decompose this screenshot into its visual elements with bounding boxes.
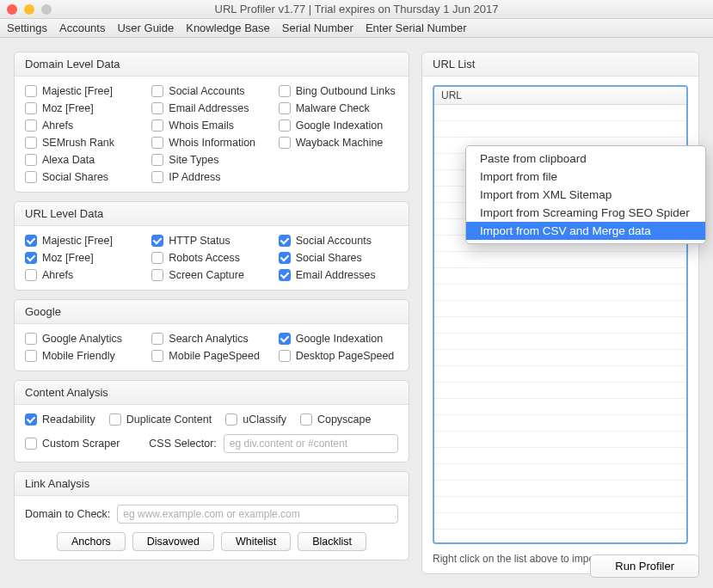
checkbox-copyscape[interactable]: Copyscape bbox=[300, 413, 372, 426]
checkbox-email-addresses[interactable]: Email Addresses bbox=[151, 102, 271, 114]
checkbox-uclassify[interactable]: uClassify bbox=[225, 413, 286, 426]
table-row[interactable] bbox=[434, 497, 686, 513]
url-column-header[interactable]: URL bbox=[434, 87, 686, 105]
panel-domain-level: Domain Level Data Majestic [Free]Social … bbox=[14, 52, 409, 193]
checkbox-email-addresses[interactable]: Email Addresses bbox=[279, 269, 398, 281]
context-item-import-from-xml-sitemap[interactable]: Import from XML Sitemap bbox=[466, 186, 705, 204]
checkbox-ahrefs[interactable]: Ahrefs bbox=[25, 119, 144, 132]
checkbox-icon bbox=[279, 119, 291, 132]
checkbox-site-types[interactable]: Site Types bbox=[151, 154, 271, 166]
checkbox-google-analytics[interactable]: Google Analytics bbox=[25, 333, 144, 345]
checkbox-icon bbox=[225, 413, 237, 426]
checkbox-label: uClassify bbox=[243, 413, 286, 426]
checkbox-desktop-pagespeed[interactable]: Desktop PageSpeed bbox=[279, 350, 398, 362]
table-row[interactable] bbox=[434, 252, 686, 268]
table-row[interactable] bbox=[434, 513, 686, 530]
css-selector-input[interactable] bbox=[224, 434, 398, 453]
domain-check-input[interactable] bbox=[117, 505, 398, 524]
checkbox-readability[interactable]: Readability bbox=[25, 413, 95, 426]
menu-enter-serial-number[interactable]: Enter Serial Number bbox=[366, 21, 467, 34]
checkbox-icon bbox=[151, 350, 163, 362]
table-row[interactable] bbox=[434, 448, 686, 464]
checkbox-mobile-pagespeed[interactable]: Mobile PageSpeed bbox=[151, 350, 271, 362]
checkbox-google-indexation[interactable]: Google Indexation bbox=[279, 119, 398, 132]
anchors-button[interactable]: Anchors bbox=[57, 532, 126, 551]
blacklist-button[interactable]: Blacklist bbox=[298, 532, 366, 551]
table-row[interactable] bbox=[434, 121, 686, 138]
domain-check-label: Domain to Check: bbox=[25, 508, 110, 520]
checkbox-bing-outbound-links[interactable]: Bing Outbound Links bbox=[279, 85, 398, 97]
close-icon[interactable] bbox=[7, 4, 17, 15]
table-row[interactable] bbox=[434, 334, 686, 350]
table-row[interactable] bbox=[434, 432, 686, 448]
minimize-icon[interactable] bbox=[24, 4, 34, 15]
checkbox-mobile-friendly[interactable]: Mobile Friendly bbox=[25, 350, 144, 362]
checkbox-majestic-free-[interactable]: Majestic [Free] bbox=[25, 85, 144, 97]
checkbox-icon bbox=[25, 171, 37, 183]
table-row[interactable] bbox=[434, 317, 686, 334]
checkbox-social-shares[interactable]: Social Shares bbox=[25, 171, 144, 183]
panel-header: Google bbox=[15, 300, 409, 324]
menu-accounts[interactable]: Accounts bbox=[59, 21, 105, 34]
checkbox-malware-check[interactable]: Malware Check bbox=[279, 102, 398, 114]
checkbox-http-status[interactable]: HTTP Status bbox=[151, 235, 271, 247]
checkbox-google-indexation[interactable]: Google Indexation bbox=[279, 333, 398, 345]
checkbox-moz-free-[interactable]: Moz [Free] bbox=[25, 252, 144, 264]
checkbox-icon bbox=[25, 235, 37, 247]
table-row[interactable] bbox=[434, 399, 686, 415]
disavowed-button[interactable]: Disavowed bbox=[132, 532, 214, 551]
checkbox-social-accounts[interactable]: Social Accounts bbox=[279, 235, 398, 247]
table-row[interactable] bbox=[434, 285, 686, 301]
checkbox-icon bbox=[151, 333, 163, 345]
checkbox-robots-access[interactable]: Robots Access bbox=[151, 252, 271, 264]
checkbox-screen-capture[interactable]: Screen Capture bbox=[151, 269, 271, 281]
maximize-icon[interactable] bbox=[41, 4, 52, 15]
table-row[interactable] bbox=[434, 268, 686, 285]
checkbox-label: Whois Information bbox=[169, 137, 255, 149]
panel-header: Link Analysis bbox=[15, 472, 409, 496]
checkbox-label: Google Indexation bbox=[296, 333, 383, 345]
checkbox-wayback-machine[interactable]: Wayback Machine bbox=[279, 137, 398, 149]
checkbox-whois-information[interactable]: Whois Information bbox=[151, 137, 271, 149]
checkbox-majestic-free-[interactable]: Majestic [Free] bbox=[25, 235, 144, 247]
checkbox-duplicate-content[interactable]: Duplicate Content bbox=[109, 413, 212, 426]
table-row[interactable] bbox=[434, 350, 686, 366]
panel-google: Google Google AnalyticsSearch AnalyticsG… bbox=[14, 299, 409, 371]
checkbox-label: Malware Check bbox=[296, 102, 370, 114]
context-item-import-from-screaming-frog-seo-spider[interactable]: Import from Screaming Frog SEO Spider bbox=[466, 204, 705, 222]
checkbox-social-shares[interactable]: Social Shares bbox=[279, 252, 398, 264]
checkbox-ip-address[interactable]: IP Address bbox=[151, 171, 271, 183]
context-item-paste-from-clipboard[interactable]: Paste from clipboard bbox=[466, 150, 705, 168]
table-row[interactable] bbox=[434, 366, 686, 383]
context-item-import-from-csv-and-merge-data[interactable]: Import from CSV and Merge data bbox=[466, 222, 705, 240]
run-profiler-button[interactable]: Run Profiler bbox=[590, 554, 699, 578]
checkbox-whois-emails[interactable]: Whois Emails bbox=[151, 119, 271, 132]
table-row[interactable] bbox=[434, 481, 686, 497]
checkbox-label: Social Shares bbox=[42, 171, 108, 183]
whitelist-button[interactable]: Whitelist bbox=[221, 532, 291, 551]
menu-user-guide[interactable]: User Guide bbox=[117, 21, 174, 34]
table-row[interactable] bbox=[434, 415, 686, 432]
checkbox-icon bbox=[151, 252, 163, 264]
checkbox-icon bbox=[279, 137, 291, 149]
table-row[interactable] bbox=[434, 301, 686, 317]
checkbox-social-accounts[interactable]: Social Accounts bbox=[151, 85, 271, 97]
table-row[interactable] bbox=[434, 464, 686, 481]
table-row[interactable] bbox=[434, 383, 686, 399]
checkbox-semrush-rank[interactable]: SEMrush Rank bbox=[25, 137, 144, 149]
checkbox-search-analytics[interactable]: Search Analytics bbox=[151, 333, 271, 345]
menu-settings[interactable]: Settings bbox=[7, 21, 47, 34]
checkbox-icon bbox=[151, 171, 163, 183]
checkbox-icon bbox=[279, 350, 291, 362]
checkbox-icon bbox=[25, 413, 37, 426]
css-selector-label: CSS Selector: bbox=[149, 438, 217, 450]
checkbox-custom-scraper[interactable]: Custom Scraper bbox=[25, 438, 120, 450]
checkbox-alexa-data[interactable]: Alexa Data bbox=[25, 154, 144, 166]
checkbox-moz-free-[interactable]: Moz [Free] bbox=[25, 102, 144, 114]
menu-knowledge-base[interactable]: Knowledge Base bbox=[186, 21, 270, 34]
menu-serial-number[interactable]: Serial Number bbox=[282, 21, 353, 34]
table-row[interactable] bbox=[434, 105, 686, 121]
context-item-import-from-file[interactable]: Import from file bbox=[466, 168, 705, 186]
checkbox-label: Whois Emails bbox=[169, 119, 234, 132]
checkbox-ahrefs[interactable]: Ahrefs bbox=[25, 269, 144, 281]
